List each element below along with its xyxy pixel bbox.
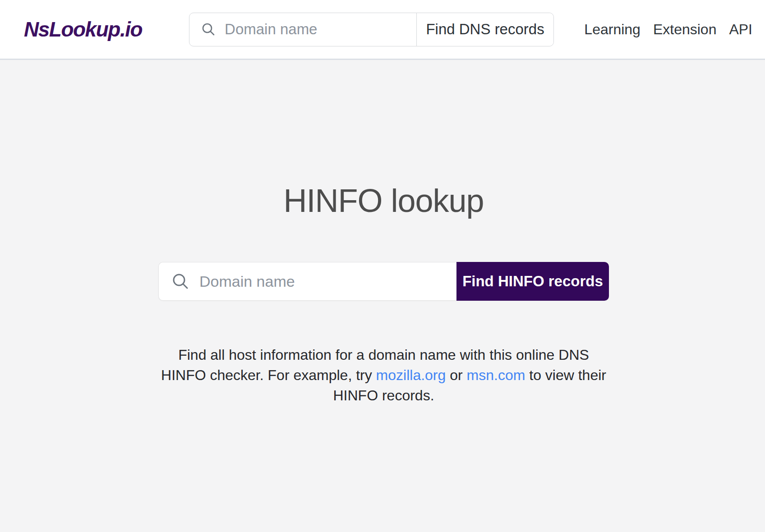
header-search-input-wrap [189, 13, 416, 46]
description-text: Find all host information for a domain n… [178, 347, 589, 363]
description-line: Find all host information for a domain n… [158, 345, 609, 365]
description-text: or [446, 367, 466, 383]
main-content: HINFO lookup Find HINFO records Find all… [0, 181, 765, 406]
description-line: HINFO checker. For example, try mozilla.… [158, 365, 609, 385]
header-domain-input[interactable] [225, 21, 416, 38]
hinfo-search-form: Find HINFO records [158, 262, 609, 301]
description-text: to view their [525, 367, 606, 383]
header: NsLookup.io Find DNS records Learning Ex… [0, 0, 765, 60]
find-hinfo-records-button[interactable]: Find HINFO records [456, 262, 609, 301]
header-nav: Learning Extension API [584, 21, 752, 38]
description-link[interactable]: msn.com [467, 367, 525, 383]
description-text: HINFO checker. For example, try [161, 367, 376, 383]
nav-item-extension[interactable]: Extension [653, 21, 717, 38]
page-title: HINFO lookup [158, 181, 609, 220]
logo[interactable]: NsLookup.io [24, 17, 142, 41]
description-text: HINFO records. [333, 387, 434, 404]
nav-item-learning[interactable]: Learning [584, 21, 641, 38]
search-icon [201, 22, 216, 37]
find-dns-records-button[interactable]: Find DNS records [416, 13, 553, 46]
content-column: HINFO lookup Find HINFO records Find all… [158, 181, 609, 406]
description: Find all host information for a domain n… [158, 345, 609, 406]
hinfo-domain-input[interactable] [199, 273, 456, 290]
header-search-form: Find DNS records [189, 13, 554, 46]
nav-item-api[interactable]: API [729, 21, 752, 38]
description-link[interactable]: mozilla.org [376, 367, 446, 383]
hinfo-search-input-wrap [158, 262, 456, 301]
search-icon [171, 272, 189, 290]
description-line: HINFO records. [158, 385, 609, 406]
